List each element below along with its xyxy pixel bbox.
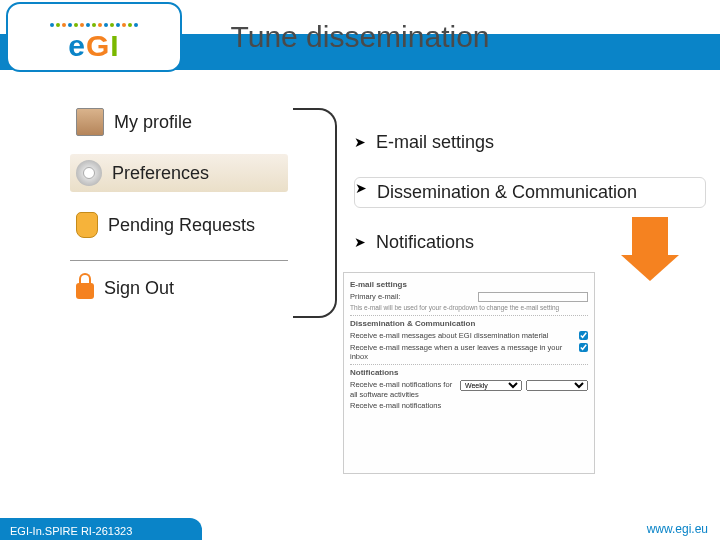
- footer-project-ref: EGI-In.SPIRE RI-261323: [10, 525, 132, 537]
- cb-inbox-message[interactable]: [579, 343, 588, 352]
- menu-item-pending-requests[interactable]: Pending Requests: [70, 204, 288, 256]
- profile-menu: My profile Preferences Pending Requests …: [70, 100, 288, 317]
- egi-logo: eGI: [6, 2, 182, 72]
- panel-section-email-title: E-mail settings: [350, 280, 588, 290]
- menu-item-my-profile[interactable]: My profile: [70, 100, 288, 154]
- logo-dots: [49, 7, 139, 27]
- slide-footer: EGI-In.SPIRE RI-261323 www.egi.eu: [0, 502, 720, 540]
- primary-email-label: Primary e-mail:: [350, 292, 474, 301]
- logo-text: eGI: [68, 29, 119, 63]
- primary-email-field[interactable]: [478, 292, 588, 302]
- lock-icon: [76, 283, 94, 299]
- panel-section-notifications-title: Notifications: [350, 368, 588, 378]
- menu-label: Preferences: [112, 163, 209, 184]
- menu-label: Pending Requests: [108, 215, 255, 236]
- avatar-icon: [76, 108, 104, 136]
- panel-section-dissemination-title: Dissemination & Communication: [350, 319, 588, 329]
- grouping-bracket: [293, 108, 337, 318]
- menu-label: Sign Out: [104, 278, 174, 299]
- notif-digest-select[interactable]: Weekly: [460, 380, 522, 391]
- cb-label: Receive e-mail messages about EGI dissem…: [350, 331, 575, 340]
- footer-url: www.egi.eu: [647, 522, 708, 536]
- callout-arrow-icon: [621, 217, 679, 279]
- slide-body: My profile Preferences Pending Requests …: [0, 72, 720, 502]
- cb-dissemination-material[interactable]: [579, 331, 588, 340]
- bullet-email-settings: E-mail settings: [354, 132, 706, 153]
- cb-label: Receive e-mail message when a user leave…: [350, 343, 575, 362]
- cb-label: Receive e-mail notifications: [350, 401, 588, 410]
- shield-icon: [76, 212, 98, 238]
- notif-label: Receive e-mail notifications for all sof…: [350, 380, 456, 399]
- slide-header: Tune dissemination eGI: [0, 0, 720, 72]
- preferences-panel-screenshot: E-mail settings Primary e-mail: This e-m…: [343, 272, 595, 474]
- gear-icon: [76, 160, 102, 186]
- menu-item-preferences[interactable]: Preferences: [70, 154, 288, 192]
- menu-item-sign-out[interactable]: Sign Out: [70, 260, 288, 317]
- primary-email-hint: This e-mail will be used for your e-drop…: [350, 304, 588, 312]
- menu-label: My profile: [114, 112, 192, 133]
- bullet-dissemination: Dissemination & Communication: [354, 177, 706, 208]
- notif-extra-select[interactable]: [526, 380, 588, 391]
